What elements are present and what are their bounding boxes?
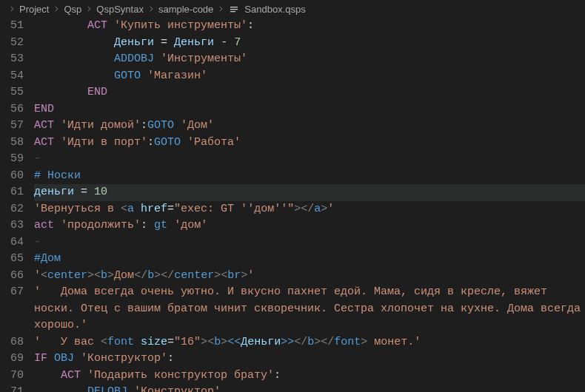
file-lines-icon (228, 3, 240, 15)
code-line[interactable]: - (34, 151, 585, 168)
svg-rect-1 (230, 9, 238, 10)
code-line[interactable]: ACT 'Идти домой':GOTO 'Дом' (34, 118, 585, 135)
code-line[interactable]: IF OBJ 'Конструктор': (34, 351, 585, 368)
code-line[interactable]: ADDOBJ 'Инструменты' (34, 51, 585, 68)
line-number: 59 (0, 151, 24, 168)
code-line[interactable]: act 'продолжить': gt 'дом' (34, 217, 585, 234)
code-line[interactable]: ' Дома всегда очень уютно. И вкусно пахн… (34, 284, 585, 334)
line-number: 60 (0, 168, 24, 185)
line-number: 61 (0, 184, 24, 201)
breadcrumb-segment[interactable]: sample-code (158, 4, 213, 15)
line-number: 64 (0, 234, 24, 251)
code-line[interactable]: Деньги = Деньги - 7 (34, 35, 585, 52)
line-number: 71 (0, 384, 24, 392)
code-editor[interactable]: 5152535455565758596061626364656667686970… (0, 18, 585, 392)
line-number: 66 (0, 268, 24, 285)
code-line[interactable]: '<center><b>Дом</b></center><br>' (34, 268, 585, 285)
code-line[interactable]: # Носки (34, 168, 585, 185)
line-number: 57 (0, 118, 24, 135)
svg-rect-2 (230, 11, 235, 12)
code-line[interactable]: END (34, 84, 585, 101)
line-number: 53 (0, 51, 24, 68)
line-number: 58 (0, 135, 24, 152)
breadcrumb-segment[interactable]: QspSyntax (96, 4, 144, 15)
line-number: 63 (0, 217, 24, 234)
code-line[interactable]: 'Вернуться в <a href="exec: GT ''дом''">… (34, 201, 585, 218)
line-number: 65 (0, 251, 24, 268)
line-number: 68 (0, 334, 24, 351)
chevron-right-icon (52, 3, 61, 15)
line-number: 67 (0, 284, 24, 334)
code-line[interactable]: END (34, 101, 585, 118)
line-number: 69 (0, 351, 24, 368)
chevron-right-icon (147, 3, 156, 15)
code-line[interactable]: ACT 'Купить инструменты': (34, 18, 585, 35)
svg-rect-0 (230, 7, 238, 7)
line-number: 62 (0, 201, 24, 218)
chevron-right-icon (84, 3, 93, 15)
code-line[interactable]: ' У вас <font size="16"><b><<Деньги>></b… (34, 334, 585, 351)
line-number: 51 (0, 18, 24, 35)
code-line[interactable]: деньги = 10 (34, 184, 585, 201)
code-area[interactable]: ACT 'Купить инструменты': Деньги = Деньг… (34, 18, 585, 392)
line-number: 56 (0, 101, 24, 118)
code-line[interactable]: ACT 'Идти в порт':GOTO 'Работа' (34, 135, 585, 152)
code-line[interactable]: - (34, 234, 585, 251)
chevron-right-icon (7, 3, 16, 15)
code-line[interactable]: DELOBJ 'Конструктор' (34, 384, 585, 392)
breadcrumb-segment[interactable]: Project (19, 4, 49, 15)
breadcrumb: Project Qsp QspSyntax sample-code Sandbo… (0, 0, 585, 18)
line-number: 54 (0, 68, 24, 85)
breadcrumb-file[interactable]: Sandbox.qsps (244, 4, 305, 15)
code-line[interactable]: #Дом (34, 251, 585, 268)
line-number: 55 (0, 84, 24, 101)
line-number: 52 (0, 35, 24, 52)
chevron-right-icon (216, 3, 225, 15)
line-number-gutter: 5152535455565758596061626364656667686970… (0, 18, 34, 392)
line-number: 70 (0, 368, 24, 385)
breadcrumb-segment[interactable]: Qsp (64, 4, 81, 15)
code-line[interactable]: ACT 'Подарить конструктор брату': (34, 368, 585, 385)
code-line[interactable]: GOTO 'Магазин' (34, 68, 585, 85)
